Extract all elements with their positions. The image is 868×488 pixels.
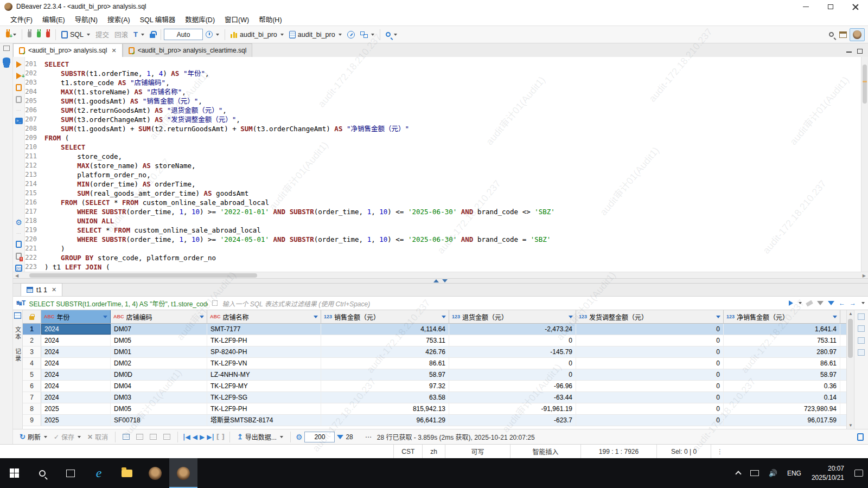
cell-4-6[interactable]: 86.61	[724, 358, 840, 369]
sash-up-arrow[interactable]	[433, 279, 439, 282]
editor-horizontal-scrollbar[interactable]: ◀ ▶	[13, 272, 868, 278]
cell-7-2[interactable]: TK-L2F9-SG	[207, 392, 321, 403]
column-header-5[interactable]: 123发货调整金额（元）	[576, 310, 724, 323]
db-search-button[interactable]	[383, 30, 400, 38]
clock[interactable]: 20:07 2025/10/21	[806, 464, 850, 481]
add-row-button[interactable]	[120, 433, 132, 441]
cell-7-3[interactable]: 63.58	[321, 392, 449, 403]
column-header-0[interactable]: ABC年份	[41, 310, 111, 323]
column-header-2[interactable]: ABC店铺名称	[207, 310, 321, 323]
execute-statement-button[interactable]	[16, 61, 22, 68]
cell-1-4[interactable]: -2,473.24	[449, 324, 576, 335]
cell-8-2[interactable]: TK-L2F9-PH	[207, 403, 321, 414]
clear-filter-icon[interactable]	[806, 300, 813, 306]
close-icon[interactable]: ✕	[52, 286, 56, 293]
fetch-all-button[interactable]: [ ]	[216, 433, 225, 441]
execute-script-icon[interactable]	[16, 84, 22, 91]
calc-panel-icon[interactable]	[858, 325, 865, 332]
cell-9-4[interactable]: -623.7	[449, 415, 576, 426]
cell-8-0[interactable]: 2025	[41, 403, 111, 414]
cell-9-2[interactable]: 塔斯曼SMTSBZ-8174	[207, 415, 321, 426]
cell-8-6[interactable]: 723,980.94	[724, 403, 840, 414]
cell-4-2[interactable]: TK-L2F9-VN	[207, 358, 321, 369]
filter-history-caret[interactable]	[799, 302, 802, 304]
cell-5-5[interactable]: 0	[576, 369, 724, 380]
column-dropdown-icon[interactable]	[569, 316, 573, 318]
cell-6-4[interactable]: -96.96	[449, 381, 576, 391]
column-dropdown-icon[interactable]	[833, 316, 837, 318]
sql-console-icon[interactable]: >_	[15, 118, 23, 124]
edit-panel-button[interactable]	[161, 433, 173, 441]
execute-new-tab-button[interactable]: +	[16, 73, 22, 79]
database-navigator-icon[interactable]	[3, 57, 10, 65]
close-button[interactable]	[843, 0, 868, 13]
cell-9-3[interactable]: 96,641.29	[321, 415, 449, 426]
grouping-panel-icon[interactable]	[858, 349, 865, 356]
new-connection-button[interactable]: +	[3, 30, 19, 39]
last-page-button[interactable]: ▶|	[207, 433, 214, 441]
cell-7-4[interactable]: -63.44	[449, 392, 576, 403]
cell-8-1[interactable]: DM05	[111, 403, 207, 414]
validate-script-icon[interactable]	[16, 253, 22, 260]
editor-tab-0[interactable]: <audit_bi_pro> analysis.sql✕	[13, 43, 123, 57]
cell-5-4[interactable]: 0	[449, 369, 576, 380]
editor-settings-gear-icon[interactable]: ⚙	[15, 219, 22, 226]
cell-3-4[interactable]: -145.79	[449, 346, 576, 357]
cell-4-0[interactable]: 2024	[41, 358, 111, 369]
column-dropdown-icon[interactable]	[103, 316, 107, 318]
tray-pc-button[interactable]	[745, 458, 764, 488]
user-profile-button[interactable]	[850, 28, 865, 41]
explain-plan-icon[interactable]	[16, 96, 22, 103]
cell-9-5[interactable]: 0	[576, 415, 724, 426]
cell-6-3[interactable]: 97.32	[321, 381, 449, 391]
row-number[interactable]: 9	[23, 415, 41, 426]
cell-1-3[interactable]: 4,114.64	[321, 324, 449, 335]
cell-2-6[interactable]: 753.11	[724, 335, 840, 346]
cell-1-2[interactable]: SMT-7177	[207, 324, 321, 335]
sql-code-editor[interactable]: 201SELECT202 SUBSTR(t1.orderTime, 1, 4) …	[25, 57, 861, 272]
delete-row-button[interactable]	[148, 433, 159, 441]
column-dropdown-icon[interactable]	[716, 316, 720, 318]
cell-6-1[interactable]: DM04	[111, 381, 207, 391]
volume-button[interactable]: 🔊	[764, 458, 782, 488]
restore-panel-icon[interactable]	[3, 46, 10, 51]
table-row-1[interactable]: 12024DM07SMT-71774,114.64-2,473.2401,641…	[23, 324, 846, 335]
row-number[interactable]: 5	[23, 369, 41, 380]
dbeaver-active-window-button[interactable]	[169, 458, 197, 488]
cell-6-0[interactable]: 2024	[41, 381, 111, 391]
column-header-4[interactable]: 123退货金额（元）	[449, 310, 576, 323]
row-number[interactable]: 8	[23, 403, 41, 414]
column-header-6[interactable]: 123净销售金额（元）	[724, 310, 840, 323]
nav-history-caret[interactable]	[861, 302, 865, 304]
cell-2-2[interactable]: TK-L2F9-PH	[207, 335, 321, 346]
menu-database[interactable]: 数据库(D)	[180, 12, 220, 26]
maximize-button[interactable]	[818, 0, 843, 13]
taskbar-search-button[interactable]	[28, 458, 56, 488]
start-button[interactable]	[0, 458, 28, 488]
cell-8-5[interactable]: 0	[576, 403, 724, 414]
table-row-7[interactable]: 72024DM03TK-L2F9-SG63.58-63.4400.14	[23, 392, 846, 403]
cell-6-2[interactable]: TK-L2F9-MY	[207, 381, 321, 391]
action-center-button[interactable]	[850, 458, 868, 488]
cell-1-6[interactable]: 1,641.4	[724, 324, 840, 335]
menu-sql-editor[interactable]: SQL 编辑器	[135, 12, 181, 26]
record-mode-tab[interactable]: 记录	[14, 348, 22, 362]
cell-9-1[interactable]: SF00718	[111, 415, 207, 426]
save-filter-icon[interactable]	[828, 301, 834, 305]
schema-select[interactable]: audit_bi_pro	[286, 29, 344, 40]
table-row-5[interactable]: 52024DM0DLZ-4NHN-MY58.970058.97	[23, 369, 846, 381]
file-explorer-button[interactable]	[113, 458, 141, 488]
connect-button[interactable]	[25, 30, 34, 39]
dashboard-button[interactable]	[344, 29, 358, 40]
row-number[interactable]: 4	[23, 358, 41, 369]
duplicate-row-button[interactable]	[134, 433, 145, 441]
cell-4-5[interactable]: 0	[576, 358, 724, 369]
cell-3-1[interactable]: DM01	[111, 346, 207, 357]
internet-explorer-button[interactable]: e	[85, 458, 113, 488]
cell-7-0[interactable]: 2024	[41, 392, 111, 403]
prev-page-button[interactable]: ◀	[193, 433, 197, 441]
editor-vertical-scrollbar[interactable]	[861, 57, 868, 272]
row-number[interactable]: 1	[23, 324, 41, 335]
cell-4-1[interactable]: DM02	[111, 358, 207, 369]
row-number[interactable]: 6	[23, 381, 41, 391]
